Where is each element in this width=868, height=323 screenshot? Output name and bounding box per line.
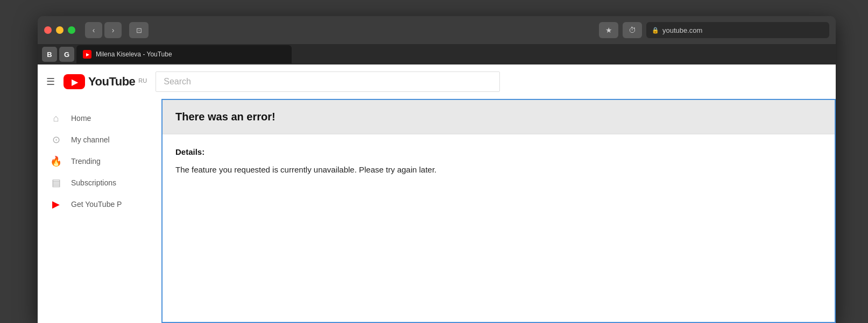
browser-window: ‹ › ⊡ ★ ⏱ 🔒 youtube.com B G Milena Kisel… <box>38 16 836 323</box>
active-tab[interactable]: Milena Kiseleva - YouTube <box>76 45 292 63</box>
forward-button[interactable]: › <box>104 22 122 38</box>
tab-bar: B G Milena Kiseleva - YouTube <box>38 44 836 64</box>
sidebar-toggle-button[interactable]: ⊡ <box>129 22 149 38</box>
error-message: The feature you requested is currently u… <box>175 164 822 176</box>
trending-icon: 🔥 <box>51 156 61 167</box>
yt-logo-icon <box>63 74 85 89</box>
yt-logo[interactable]: YouTube RU <box>63 74 147 89</box>
sidebar-item-my-channel[interactable]: ⊙ My channel <box>38 129 161 150</box>
lock-icon: 🔒 <box>652 27 659 34</box>
yt-logo-country: RU <box>138 77 147 84</box>
sidebar-label-home: Home <box>71 114 91 123</box>
bookmark-button[interactable]: ★ <box>599 22 618 38</box>
yt-sidebar: ⌂ Home ⊙ My channel 🔥 Trending ▤ Subscri… <box>38 99 161 323</box>
get-youtube-icon: ▶ <box>51 199 61 210</box>
sidebar-item-subscriptions[interactable]: ▤ Subscriptions <box>38 172 161 193</box>
title-bar: ‹ › ⊡ ★ ⏱ 🔒 youtube.com <box>38 16 836 44</box>
home-icon: ⌂ <box>51 113 61 124</box>
sidebar-label-subscriptions: Subscriptions <box>71 178 116 187</box>
url-bar-group: ★ ⏱ 🔒 youtube.com <box>599 22 829 38</box>
menu-icon[interactable]: ☰ <box>46 76 55 88</box>
sidebar-label-trending: Trending <box>71 157 101 166</box>
yt-header: ☰ YouTube RU Search <box>38 64 836 99</box>
url-text: youtube.com <box>662 26 702 34</box>
nav-buttons: ‹ › <box>85 22 122 38</box>
bookmark-icon: ★ <box>605 26 612 34</box>
page-content: ☰ YouTube RU Search ⌂ Home ⊙ My channel <box>38 64 836 323</box>
close-button[interactable] <box>44 26 52 34</box>
search-placeholder: Search <box>164 77 191 87</box>
error-body: Details: The feature you requested is cu… <box>163 134 835 189</box>
traffic-lights <box>44 26 75 34</box>
error-title: There was an error! <box>175 111 276 123</box>
tab-b[interactable]: B <box>42 47 57 62</box>
sidebar-toggle-icon: ⊡ <box>136 26 142 34</box>
sidebar-item-home[interactable]: ⌂ Home <box>38 107 161 129</box>
maximize-button[interactable] <box>68 26 75 34</box>
yt-logo-text: YouTube <box>88 75 135 89</box>
back-button[interactable]: ‹ <box>85 22 102 38</box>
sidebar-label-get-youtube: Get YouTube P <box>71 200 122 209</box>
error-details-label: Details: <box>175 147 822 156</box>
tab-favicon <box>83 50 91 59</box>
subscriptions-icon: ▤ <box>51 177 61 188</box>
sidebar-item-get-youtube[interactable]: ▶ Get YouTube P <box>38 193 161 215</box>
minimize-button[interactable] <box>56 26 63 34</box>
tab-title: Milena Kiseleva - YouTube <box>96 51 285 58</box>
error-panel: There was an error! Details: The feature… <box>161 99 836 323</box>
search-bar[interactable]: Search <box>156 71 500 92</box>
yt-main: ⌂ Home ⊙ My channel 🔥 Trending ▤ Subscri… <box>38 99 836 323</box>
my-channel-icon: ⊙ <box>51 134 61 145</box>
history-icon: ⏱ <box>629 26 636 34</box>
sidebar-label-my-channel: My channel <box>71 135 110 144</box>
history-button[interactable]: ⏱ <box>623 22 642 38</box>
tab-g[interactable]: G <box>59 47 74 62</box>
url-bar[interactable]: 🔒 youtube.com <box>646 22 829 38</box>
sidebar-item-trending[interactable]: 🔥 Trending <box>38 150 161 172</box>
error-header: There was an error! <box>163 100 835 134</box>
